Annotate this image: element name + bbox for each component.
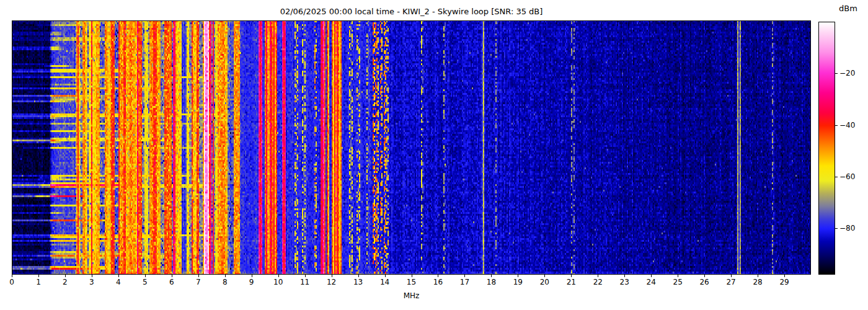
x-tick-mark bbox=[731, 275, 732, 277]
colorbar-tick-mark bbox=[835, 228, 838, 229]
x-tick-mark bbox=[358, 275, 359, 277]
x-tick-label: 6 bbox=[169, 278, 174, 286]
x-tick-mark bbox=[704, 275, 705, 277]
x-tick-label: 17 bbox=[460, 278, 469, 286]
x-tick-mark bbox=[252, 275, 252, 277]
x-tick-label: 0 bbox=[9, 278, 14, 286]
x-tick-label: 16 bbox=[433, 278, 443, 286]
x-tick-mark bbox=[491, 275, 492, 277]
x-tick-label: 13 bbox=[353, 278, 363, 286]
x-tick-label: 18 bbox=[487, 278, 496, 286]
x-tick-label: 15 bbox=[407, 278, 416, 286]
x-tick-mark bbox=[678, 275, 678, 277]
x-tick-mark bbox=[598, 275, 598, 277]
colorbar-tick-label: −20 bbox=[839, 69, 855, 78]
x-tick-mark bbox=[172, 275, 172, 277]
x-tick-mark bbox=[385, 275, 386, 277]
x-tick-mark bbox=[784, 275, 785, 277]
x-tick-mark bbox=[92, 275, 92, 277]
colorbar-tick-label: −80 bbox=[839, 224, 855, 232]
x-tick-label: 5 bbox=[143, 278, 148, 286]
x-tick-mark bbox=[278, 275, 279, 277]
x-tick-label: 1 bbox=[36, 278, 41, 286]
colorbar-tick-mark bbox=[835, 73, 838, 74]
colorbar-tick-mark bbox=[835, 177, 838, 177]
x-tick-mark bbox=[65, 275, 66, 277]
x-tick-mark bbox=[624, 275, 625, 277]
x-tick-label: 11 bbox=[300, 278, 309, 286]
x-tick-label: 10 bbox=[273, 278, 283, 286]
x-tick-label: 26 bbox=[699, 278, 709, 286]
x-tick-mark bbox=[464, 275, 465, 277]
colorbar bbox=[818, 22, 835, 275]
x-axis-label: MHz bbox=[12, 291, 811, 300]
x-tick-label: 3 bbox=[89, 278, 94, 286]
colorbar-label: dBm bbox=[830, 4, 867, 13]
x-tick-label: 12 bbox=[327, 278, 336, 286]
spectrogram-figure: 02/06/2025 00:00 local time - KIWI_2 - S… bbox=[0, 0, 868, 310]
x-tick-mark bbox=[305, 275, 306, 277]
plot-title: 02/06/2025 00:00 local time - KIWI_2 - S… bbox=[12, 7, 811, 16]
x-tick-mark bbox=[12, 275, 12, 277]
x-tick-label: 20 bbox=[540, 278, 549, 286]
x-tick-label: 21 bbox=[567, 278, 576, 286]
x-tick-mark bbox=[145, 275, 146, 277]
x-tick-label: 23 bbox=[620, 278, 629, 286]
x-tick-label: 9 bbox=[249, 278, 254, 286]
colorbar-tick-label: −60 bbox=[839, 172, 855, 181]
x-tick-mark bbox=[118, 275, 119, 277]
x-tick-mark bbox=[571, 275, 572, 277]
x-tick-label: 7 bbox=[196, 278, 201, 286]
x-tick-mark bbox=[651, 275, 652, 277]
x-tick-mark bbox=[518, 275, 518, 277]
x-tick-label: 8 bbox=[223, 278, 228, 286]
x-tick-mark bbox=[758, 275, 758, 277]
x-tick-label: 4 bbox=[116, 278, 121, 286]
x-tick-label: 29 bbox=[779, 278, 789, 286]
x-tick-mark bbox=[332, 275, 332, 277]
x-tick-mark bbox=[198, 275, 199, 277]
x-tick-label: 14 bbox=[380, 278, 389, 286]
x-tick-mark bbox=[225, 275, 226, 277]
x-tick-label: 22 bbox=[593, 278, 603, 286]
x-tick-label: 24 bbox=[647, 278, 656, 286]
x-tick-label: 27 bbox=[726, 278, 735, 286]
x-tick-label: 25 bbox=[673, 278, 683, 286]
colorbar-tick-mark bbox=[835, 125, 838, 126]
x-tick-label: 19 bbox=[513, 278, 523, 286]
x-tick-mark bbox=[438, 275, 438, 277]
colorbar-tick-label: −40 bbox=[839, 121, 855, 130]
x-tick-mark bbox=[544, 275, 545, 277]
x-tick-label: 28 bbox=[753, 278, 762, 286]
x-tick-mark bbox=[412, 275, 412, 277]
waterfall-heatmap bbox=[12, 20, 811, 275]
x-tick-mark bbox=[38, 275, 39, 277]
x-tick-label: 2 bbox=[63, 278, 68, 286]
